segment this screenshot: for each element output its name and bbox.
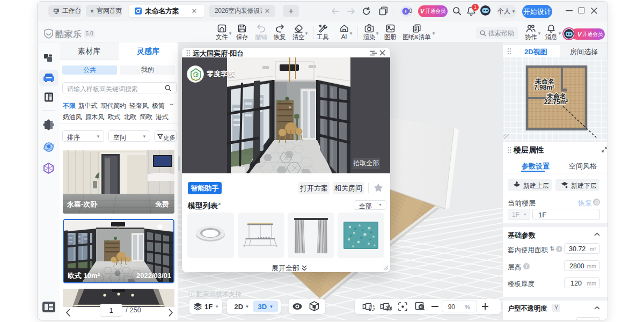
svg-text:欧式 10m²: 欧式 10m²	[68, 272, 100, 280]
svg-text:免费: 免费	[155, 200, 169, 208]
svg-text:永嘉-次卧: 永嘉-次卧	[67, 200, 98, 208]
svg-text:零度装饰: 零度装饰	[191, 78, 201, 81]
svg-text:7.98m²: 7.98m²	[534, 84, 554, 91]
svg-text:22.75m²: 22.75m²	[544, 98, 568, 106]
svg-text:2022/03/01: 2022/03/01	[136, 272, 171, 280]
svg-text:LD: LD	[193, 74, 198, 77]
